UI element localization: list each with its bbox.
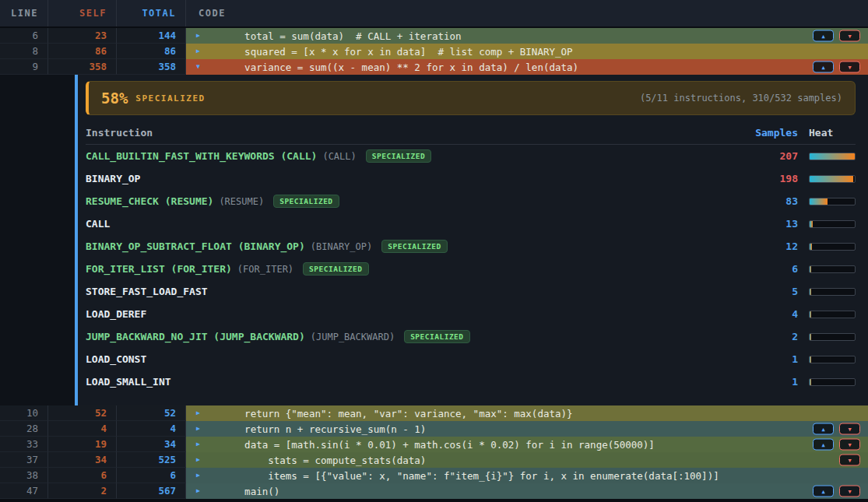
nav-down-button[interactable]: ▼	[839, 455, 860, 466]
nav-down-button[interactable]: ▼	[839, 439, 860, 451]
instruction-name-group: STORE_FAST_LOAD_FAST	[86, 286, 743, 297]
column-header-self: SELF	[48, 0, 117, 26]
code-text: total = sum(data) # CALL + iteration	[221, 30, 462, 42]
column-header-line: LINE	[0, 0, 48, 26]
expand-icon[interactable]: ▶	[196, 483, 203, 499]
instruction-base-opcode: (RESUME)	[219, 196, 264, 207]
specialized-percent: 58%	[101, 90, 128, 107]
line-number-cell: 37	[0, 452, 48, 468]
samples-count: 13	[743, 218, 798, 230]
code-cell[interactable]: ▶ data = [math.sin(i * 0.01) + math.cos(…	[186, 437, 868, 452]
code-rows-below: 105252▶ return {"mean": mean, "var": var…	[0, 405, 868, 499]
samples-count: 4	[743, 308, 798, 320]
heat-bar-fill	[810, 176, 853, 182]
instruction-name: STORE_FAST_LOAD_FAST	[86, 286, 208, 297]
nav-up-button[interactable]: ▲	[813, 486, 834, 497]
collapse-icon[interactable]: ▼	[196, 59, 203, 75]
instruction-name: FOR_ITER_LIST (FOR_ITER)	[86, 263, 232, 275]
column-header-total: TOTAL	[117, 0, 186, 26]
column-header-code: CODE	[186, 0, 868, 26]
code-cell[interactable]: ▶ main()▲▼	[186, 483, 868, 499]
self-samples-cell: 2	[48, 483, 117, 499]
total-samples-cell: 34	[117, 437, 186, 452]
expand-icon[interactable]: ▶	[196, 437, 203, 452]
code-cell[interactable]: ▶ stats = compute_stats(data)▼	[186, 452, 868, 468]
code-row: 9358358▼ variance = sum((x - mean) ** 2 …	[0, 59, 868, 75]
instruction-row: CALL_BUILTIN_FAST_WITH_KEYWORDS (CALL)(C…	[86, 145, 856, 167]
samples-count: 198	[743, 173, 798, 184]
total-samples-cell: 6	[117, 468, 186, 483]
nav-up-button[interactable]: ▲	[813, 30, 834, 42]
total-samples-cell: 567	[117, 483, 186, 499]
instruction-row: CALL13	[86, 212, 856, 235]
instruction-row: LOAD_SMALL_INT1	[86, 370, 856, 393]
instruction-name: BINARY_OP	[86, 173, 140, 184]
heat-bar	[809, 311, 856, 318]
line-number-cell: 47	[0, 483, 48, 499]
code-cell[interactable]: ▼ variance = sum((x - mean) ** 2 for x i…	[186, 59, 868, 75]
code-row: 472567▶ main()▲▼	[0, 483, 868, 499]
panel-gutter	[0, 75, 75, 405]
self-samples-cell: 34	[48, 452, 117, 468]
code-text: return {"mean": mean, "var": variance, "…	[221, 408, 573, 420]
expand-icon[interactable]: ▶	[196, 405, 203, 421]
nav-down-button[interactable]: ▼	[839, 30, 860, 42]
samples-count: 12	[743, 240, 798, 252]
nav-up-button[interactable]: ▲	[813, 61, 834, 73]
instruction-row: STORE_FAST_LOAD_FAST5	[86, 280, 856, 303]
code-cell[interactable]: ▶ squared = [x * x for x in data] # list…	[186, 44, 868, 59]
total-samples-cell: 4	[117, 421, 186, 437]
line-number-cell: 28	[0, 421, 48, 437]
row-nav-buttons: ▲▼	[813, 30, 860, 42]
heat-bar-fill	[810, 289, 811, 295]
instruction-name: CALL_BUILTIN_FAST_WITH_KEYWORDS (CALL)	[86, 150, 317, 162]
instruction-name-group: BINARY_OP	[86, 173, 743, 184]
expand-icon[interactable]: ▶	[196, 468, 203, 483]
code-text: variance = sum((x - mean) ** 2 for x in …	[221, 61, 578, 73]
instruction-name-group: LOAD_CONST	[86, 353, 743, 365]
self-samples-cell: 4	[48, 421, 117, 437]
instruction-row: BINARY_OP198	[86, 167, 856, 190]
code-text: main()	[221, 486, 279, 497]
code-cell[interactable]: ▶ total = sum(data) # CALL + iteration▲▼	[186, 28, 868, 44]
heat-bar	[809, 378, 856, 386]
code-text: return n + recursive_sum(n - 1)	[221, 423, 426, 435]
line-number-cell: 6	[0, 28, 48, 44]
instruction-row: FOR_ITER_LIST (FOR_ITER)(FOR_ITER)SPECIA…	[86, 258, 856, 280]
code-cell[interactable]: ▶ return n + recursive_sum(n - 1)▲▼	[186, 421, 868, 437]
heat-bar-fill	[810, 356, 811, 363]
nav-down-button[interactable]: ▼	[839, 486, 860, 497]
nav-up-button[interactable]: ▲	[813, 423, 834, 435]
expand-icon[interactable]: ▶	[196, 421, 203, 437]
instruction-name-group: BINARY_OP_SUBTRACT_FLOAT (BINARY_OP)(BIN…	[86, 240, 743, 253]
instruction-row: LOAD_DEREF4	[86, 303, 856, 325]
heat-bar	[809, 243, 856, 251]
instruction-list-header: Instruction Samples Heat	[86, 121, 856, 145]
line-number-cell: 9	[0, 59, 48, 75]
instruction-name-group: CALL_BUILTIN_FAST_WITH_KEYWORDS (CALL)(C…	[86, 149, 743, 163]
code-cell[interactable]: ▶ items = [{"value": x, "name": f"item_{…	[186, 468, 868, 483]
nav-down-button[interactable]: ▼	[839, 423, 860, 435]
instruction-name-group: CALL	[86, 218, 743, 230]
code-row: 3866▶ items = [{"value": x, "name": f"it…	[0, 468, 868, 483]
self-samples-cell: 6	[48, 468, 117, 483]
instruction-base-opcode: (FOR_ITER)	[237, 264, 293, 275]
expand-icon[interactable]: ▶	[196, 452, 203, 468]
code-row: 105252▶ return {"mean": mean, "var": var…	[0, 405, 868, 421]
instruction-name-group: JUMP_BACKWARD_NO_JIT (JUMP_BACKWARD)(JUM…	[86, 330, 743, 343]
instruction-base-opcode: (CALL)	[322, 151, 356, 162]
samples-count: 6	[743, 263, 798, 275]
self-samples-cell: 86	[48, 44, 117, 59]
heat-bar	[809, 220, 856, 228]
line-detail-panel: 58% SPECIALIZED (5/11 instructions, 310/…	[0, 75, 868, 405]
samples-count: 83	[743, 195, 798, 207]
instruction-row: LOAD_CONST1	[86, 348, 856, 370]
expand-icon[interactable]: ▶	[196, 28, 203, 44]
nav-down-button[interactable]: ▼	[839, 61, 860, 73]
code-text: squared = [x * x for x in data] # list c…	[221, 46, 573, 58]
heat-bar	[809, 356, 856, 363]
nav-up-button[interactable]: ▲	[813, 439, 834, 451]
instruction-name: BINARY_OP_SUBTRACT_FLOAT (BINARY_OP)	[86, 240, 305, 252]
code-cell[interactable]: ▶ return {"mean": mean, "var": variance,…	[186, 405, 868, 421]
expand-icon[interactable]: ▶	[196, 44, 203, 59]
